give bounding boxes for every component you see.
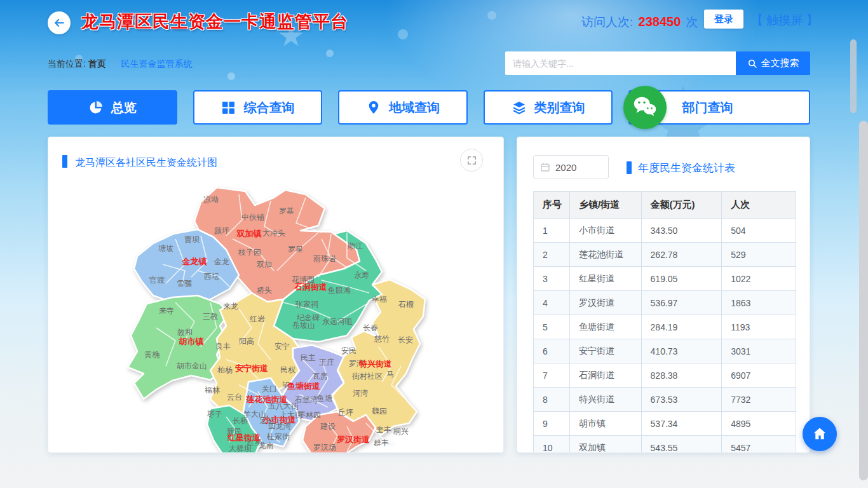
map-community-label: 街村社区 [352, 372, 383, 381]
map-community-label: 黄桷 [144, 350, 159, 359]
table-cell: 673.53 [641, 388, 722, 412]
table-cell: 2 [534, 243, 570, 267]
tab-综合查询[interactable]: 综合查询 [193, 90, 323, 125]
map-community-label: 永远河咀 [322, 317, 353, 326]
column-header: 人次 [722, 192, 796, 219]
table-row: 2莲花池街道262.78529 [534, 243, 796, 267]
table-cell: 3 [534, 267, 570, 291]
pie-chart-icon [88, 100, 104, 115]
table-cell: 5 [534, 315, 570, 339]
map-community-label: 来龙 [223, 302, 238, 311]
tab-总览[interactable]: 总览 [48, 90, 177, 125]
table-cell: 罗汉街道 [569, 291, 641, 315]
tab-地域查询[interactable]: 地域查询 [338, 90, 468, 125]
table-row: 1小市街道343.50504 [534, 219, 796, 243]
map-community-label: 罗基 [279, 207, 294, 215]
table-cell: 262.78 [641, 243, 722, 267]
map-community-label: 长春 [363, 323, 378, 332]
table-cell: 1863 [722, 291, 796, 315]
map-community-label: 阳高 [239, 337, 254, 346]
column-header: 乡镇/街道 [569, 192, 641, 219]
touch-screen-link[interactable]: 【 触摸屏 】 [751, 12, 818, 29]
search-input[interactable] [505, 51, 736, 75]
map-community-label: 长安 [398, 336, 413, 344]
table-cell: 828.38 [641, 363, 722, 388]
map-community-label: 杜家街 [266, 432, 290, 441]
breadcrumb-separator: / [112, 58, 115, 69]
breadcrumb: 当前位置: 首页 / 民生资金监管系统 [48, 58, 192, 70]
map-community-label: 奎丰 [376, 425, 391, 434]
home-button[interactable] [803, 417, 837, 451]
breadcrumb-label: 当前位置: [48, 58, 86, 69]
map-community-label: 魏园 [372, 407, 387, 416]
table-cell: 1 [534, 219, 570, 243]
table-cell: 6907 [722, 363, 796, 388]
map-community-label: 金龙 [214, 257, 229, 266]
tab-label: 总览 [111, 99, 137, 116]
page-scrollbar[interactable] [859, 121, 868, 480]
community-map[interactable]: 凉坳中伙铺罗基颜坪大冲头罗星枝子园双加曹坝塘坡金龙西坛官渡雪骡顺江雨珠岩永寿花博… [48, 175, 504, 453]
layers-icon [512, 100, 527, 115]
table-header: 序号乡镇/街道金额(万元)人次 [534, 192, 796, 219]
visits-counter: 访问人次: 238450 次 [581, 14, 698, 30]
map-community-label: 群丰 [374, 438, 389, 447]
map-community-label: 关口 [262, 384, 277, 393]
map-community-label: 永寿 [354, 271, 369, 280]
table-cell: 619.05 [641, 267, 722, 291]
map-community-label: 鱼塘 [317, 394, 332, 403]
table-cell: 7 [534, 363, 570, 388]
map-community-label: 枣子 [207, 410, 222, 419]
map-town-label: 双加镇 [236, 229, 262, 238]
table-panel-title: 年度民生资金统计表 [638, 161, 735, 175]
map-community-label: 罗星 [288, 245, 303, 254]
table-row: 6安宁街道410.733031 [534, 339, 796, 363]
visits-count: 238450 [637, 15, 683, 29]
tab-部门查询[interactable]: 部门查询 [628, 90, 810, 125]
map-community-label: 凉坳 [203, 195, 219, 204]
table-row: 10双加镇543.555457 [534, 436, 796, 454]
fullscreen-icon [467, 156, 477, 165]
breadcrumb-current[interactable]: 民生资金监管系统 [121, 58, 192, 69]
panel-scrollbar-thumb[interactable] [850, 39, 857, 113]
map-community-label: 马 [386, 370, 394, 379]
table-cell: 红星街道 [569, 267, 641, 291]
map-community-label: 罗汉场 [313, 443, 336, 452]
table-cell: 4 [534, 291, 570, 315]
table-cell: 小市街道 [569, 219, 641, 243]
page-title: 龙马潭区民生资金一卡通监管平台 [81, 10, 348, 33]
table-cell: 536.97 [641, 291, 722, 315]
calendar-icon [540, 162, 550, 172]
map-town-label: 金龙镇 [182, 257, 207, 266]
map-community-label: 三教 [203, 312, 218, 321]
map-community-label: 枝子园 [238, 248, 261, 257]
map-town-label: 胡市镇 [179, 337, 204, 346]
fulltext-search-button[interactable]: 全文搜索 [736, 51, 810, 75]
table-row: 4罗汉街道536.971863 [534, 291, 796, 315]
table-cell: 343.50 [641, 219, 722, 243]
table-cell: 1022 [722, 267, 796, 291]
map-community-label: 张家祠 [295, 300, 318, 309]
table-cell: 529 [722, 243, 796, 267]
table-row: 8特兴街道673.537732 [534, 388, 796, 412]
year-select[interactable]: 2020 [533, 155, 609, 179]
fullscreen-button[interactable] [460, 149, 483, 172]
login-button[interactable]: 登录 [704, 10, 743, 29]
back-button[interactable] [48, 11, 71, 34]
visits-unit: 次 [686, 15, 698, 29]
map-town-label: 鱼塘街道 [287, 381, 320, 391]
map-town-label: 小市街道 [262, 415, 296, 424]
map-region-胡市镇[interactable] [128, 295, 229, 399]
wechat-icon [623, 86, 667, 129]
tab-label: 类别查询 [534, 99, 585, 116]
map-community-label: 颜坪 [214, 226, 229, 235]
community-map-panel: 龙马潭区各社区民生资金统计图 凉坳中伙铺罗基颜坪大冲头罗星枝子园双加曹坝塘坡金龙… [48, 137, 504, 453]
tab-label: 地域查询 [389, 99, 440, 116]
map-community-label: 胡市金山 [177, 362, 207, 370]
map-town-label: 红星街道 [227, 433, 261, 442]
tab-类别查询[interactable]: 类别查询 [484, 90, 613, 125]
breadcrumb-home[interactable]: 首页 [88, 58, 106, 69]
map-community-label: 幸福 [372, 295, 387, 304]
map-community-label: 慈竹 [374, 334, 390, 343]
map-community-label: 丘坪 [338, 408, 353, 417]
map-community-label: 雨珠岩 [313, 254, 336, 263]
